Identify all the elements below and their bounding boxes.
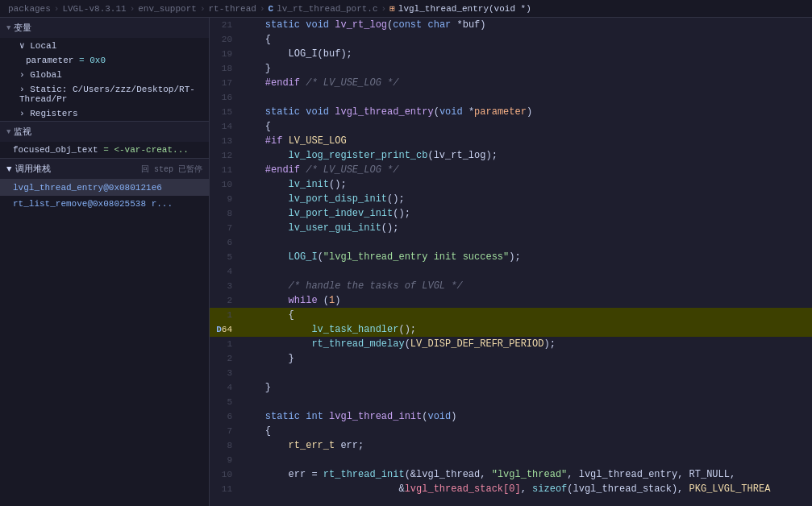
- code-row: 10 lv_init();: [210, 177, 812, 192]
- global-label: Global: [30, 70, 62, 80]
- bc-sep5: ›: [381, 4, 387, 14]
- code-line: [239, 264, 812, 279]
- local-header[interactable]: ∨ Local: [0, 38, 209, 53]
- expand-arrow: ∨: [19, 41, 30, 51]
- code-row: 6: [210, 235, 812, 250]
- callstack-header-left: ▼ 调用堆栈: [6, 163, 51, 175]
- bc-sep3: ›: [200, 4, 206, 14]
- line-number: 8: [210, 206, 239, 221]
- line-number: 20: [210, 32, 239, 47]
- line-number: 1: [210, 308, 239, 322]
- code-row: 11 &lvgl_thread_stack[0], sizeof(lvgl_th…: [210, 482, 812, 496]
- code-line: {: [239, 424, 812, 438]
- watch-arrow: ▼: [6, 128, 10, 136]
- line-number: 14: [210, 119, 239, 134]
- line-number: 5: [210, 250, 239, 264]
- callstack-item-1[interactable]: rt_list_remove@0x08025538 r...: [0, 196, 209, 212]
- callstack-header: ▼ 调用堆栈 回 step 已暂停: [0, 159, 209, 180]
- code-line: {: [239, 119, 812, 134]
- watch-name: focused_obj_text: [13, 145, 103, 155]
- code-line: [239, 90, 812, 105]
- registers-header[interactable]: › Registers: [0, 106, 209, 121]
- code-row: 1 rt_thread_mdelay(LV_DISP_DEF_REFR_PERI…: [210, 337, 812, 351]
- global-header[interactable]: › Global: [0, 68, 209, 82]
- code-row: 7 {: [210, 424, 812, 438]
- cs-suffix-1: r...: [152, 199, 173, 209]
- code-row: 2 while (1): [210, 293, 812, 308]
- code-line: [239, 453, 812, 467]
- param-name: parameter: [26, 56, 79, 65]
- code-row: 12 lv_log_register_print_cb(lv_rt_log);: [210, 148, 812, 163]
- code-line: [239, 366, 812, 380]
- code-line: {: [239, 32, 812, 47]
- code-line: lv_init();: [239, 177, 812, 192]
- callstack-item-0[interactable]: lvgl_thread_entry@0x080121e6: [0, 180, 209, 196]
- debug-count: 64: [222, 325, 232, 334]
- local-label: Local: [30, 41, 56, 51]
- registers-label: Registers: [30, 109, 77, 118]
- breadcrumb-file-icon: C: [269, 4, 274, 14]
- callstack-arrow: ▼: [6, 164, 12, 174]
- code-row: 5 LOG_I("lvgl_thread_entry init success"…: [210, 250, 812, 264]
- code-row: 3: [210, 366, 812, 380]
- callstack-items: lvgl_thread_entry@0x080121e6 rt_list_rem…: [0, 180, 209, 506]
- line-number: 4: [210, 380, 239, 395]
- watch-label: 监视: [14, 126, 31, 138]
- code-row: 4 }: [210, 380, 812, 395]
- watch-section: ▼ 监视 focused_obj_text = <-var-creat...: [0, 122, 209, 159]
- variables-header[interactable]: ▼ 变量: [0, 18, 209, 38]
- breadcrumb-func: lvgl_thread_entry(void *): [398, 4, 531, 14]
- code-line: &lvgl_thread_stack[0], sizeof(lvgl_threa…: [239, 482, 812, 496]
- code-row: 10 err = rt_thread_init(&lvgl_thread, "l…: [210, 467, 812, 482]
- code-row: 4: [210, 264, 812, 279]
- code-row: 21 static void lv_rt_log(const char *buf…: [210, 18, 812, 32]
- breadcrumb-bar: packages › LVGL-v8.3.11 › env_support › …: [0, 0, 812, 18]
- line-number: 10: [210, 467, 239, 482]
- line-number: 13: [210, 134, 239, 148]
- static-header[interactable]: › Static: C/Users/zzz/Desktop/RT-Thread/…: [0, 82, 209, 106]
- code-row: 17 #endif /* LV_USE_LOG */: [210, 76, 812, 90]
- code-row: 2 }: [210, 351, 812, 366]
- code-row: 16: [210, 90, 812, 105]
- code-line: lv_task_handler();: [239, 322, 812, 337]
- code-row: 9 lv_port_disp_init();: [210, 192, 812, 206]
- line-number: 4: [210, 264, 239, 279]
- code-line: /* handle the tasks of LVGL */: [239, 279, 812, 293]
- breadcrumb-file: lv_rt_thread_port.c: [277, 4, 377, 14]
- code-line: lv_user_gui_init();: [239, 221, 812, 235]
- breakpoint-icon: D: [216, 325, 222, 334]
- line-number: 2: [210, 351, 239, 366]
- code-line: static void lv_rt_log(const char *buf): [239, 18, 812, 32]
- line-number: 21: [210, 18, 239, 32]
- line-number: 8: [210, 438, 239, 453]
- code-line: lv_port_indev_init();: [239, 206, 812, 221]
- line-number: 7: [210, 424, 239, 438]
- callstack-section: ▼ 调用堆栈 回 step 已暂停 lvgl_thread_entry@0x08…: [0, 159, 209, 506]
- line-number: 9: [210, 453, 239, 467]
- breadcrumb-lvgl: LVGL-v8.3.11: [62, 4, 126, 14]
- code-line: rt_err_t err;: [239, 438, 812, 453]
- code-line: LOG_I(buf);: [239, 47, 812, 61]
- sidebar: ▼ 变量 ∨ Local parameter = 0x0 › Global › …: [0, 18, 210, 506]
- editor-area[interactable]: 21 static void lv_rt_log(const char *buf…: [210, 18, 812, 506]
- breadcrumb-packages: packages: [8, 4, 51, 14]
- param-value: = 0x0: [79, 56, 106, 65]
- code-line: LOG_I("lvgl_thread_entry init success");: [239, 250, 812, 264]
- cs-func-0: lvgl_thread_entry@0x080121e6: [13, 183, 162, 193]
- code-row: 5: [210, 395, 812, 409]
- line-number: 6: [210, 235, 239, 250]
- static-label: Static: C/Users/zzz/Desktop/RT-Thread/Pr: [19, 85, 195, 104]
- code-line: [239, 395, 812, 409]
- line-number: 5: [210, 395, 239, 409]
- code-line: lv_log_register_print_cb(lv_rt_log);: [239, 148, 812, 163]
- code-line: }: [239, 351, 812, 366]
- variables-label: 变量: [14, 22, 31, 34]
- line-number: 3: [210, 279, 239, 293]
- code-row: 11 #endif /* LV_USE_LOG */: [210, 163, 812, 177]
- watch-header[interactable]: ▼ 监视: [0, 122, 209, 142]
- line-number: 15: [210, 105, 239, 119]
- breadcrumb-rt: rt-thread: [208, 4, 256, 14]
- global-arrow: ›: [19, 70, 30, 80]
- variables-arrow: ▼: [6, 24, 10, 32]
- code-row: 6 static int lvgl_thread_init(void): [210, 409, 812, 424]
